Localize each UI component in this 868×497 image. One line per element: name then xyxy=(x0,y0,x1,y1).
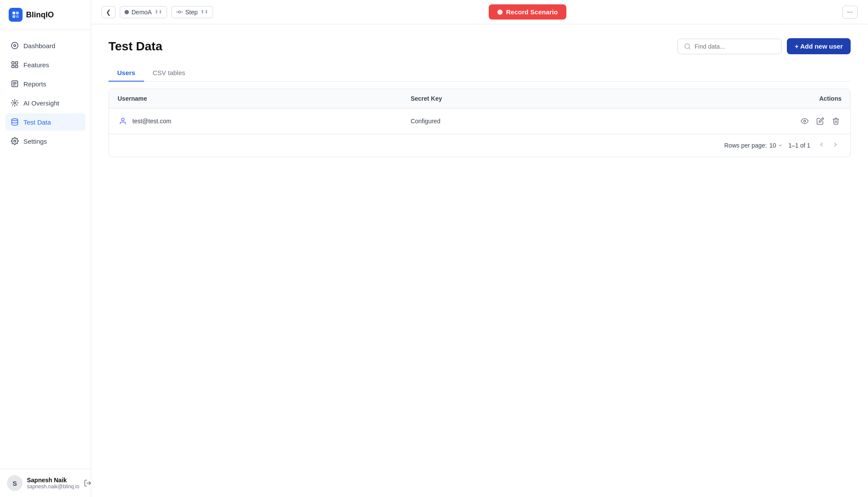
sidebar-nav: Dashboard Features xyxy=(0,30,91,469)
page-title: Test Data xyxy=(108,39,162,53)
svg-rect-1 xyxy=(16,12,19,14)
tab-users[interactable]: Users xyxy=(108,65,144,82)
sidebar-item-features[interactable]: Features xyxy=(5,56,85,73)
search-icon xyxy=(684,43,691,50)
rows-per-page-value: 10 xyxy=(769,142,776,149)
column-header-secret-key: Secret Key xyxy=(402,89,603,109)
page: Test Data + Add new user xyxy=(91,24,868,497)
more-options-button[interactable]: ··· xyxy=(842,6,858,19)
svg-rect-6 xyxy=(12,62,14,64)
table-header-row: Username Secret Key Actions xyxy=(109,89,850,109)
svg-point-16 xyxy=(14,140,16,142)
chevron-left-icon xyxy=(818,141,825,148)
view-button[interactable] xyxy=(799,115,810,127)
username-cell: test@test.com xyxy=(109,109,402,134)
user-icon xyxy=(118,116,128,126)
rows-per-page-label: Rows per page: xyxy=(724,142,767,149)
logout-button[interactable] xyxy=(84,479,92,487)
sidebar-item-reports[interactable]: Reports xyxy=(5,75,85,92)
collapse-icon: ❮ xyxy=(106,9,111,16)
sidebar-footer: S Sapnesh Naik sapnesh.naik@blinq.io xyxy=(0,469,91,497)
topbar-center: Record Scenario xyxy=(218,4,837,20)
svg-point-18 xyxy=(178,11,181,13)
chevron-right-icon xyxy=(832,141,839,148)
sidebar-item-test-data[interactable]: Test Data xyxy=(5,113,85,131)
rows-per-page-select[interactable]: 10 xyxy=(769,142,783,149)
trash-icon xyxy=(832,117,840,125)
record-dot-icon xyxy=(497,10,503,15)
secret-key-cell: Configured xyxy=(402,109,603,134)
svg-rect-3 xyxy=(16,15,19,18)
env-label: DemoA xyxy=(132,9,152,16)
add-new-user-button[interactable]: + Add new user xyxy=(787,38,851,54)
svg-rect-7 xyxy=(16,62,18,64)
svg-point-23 xyxy=(122,118,124,121)
dashboard-icon xyxy=(10,41,19,50)
column-header-username: Username xyxy=(109,89,402,109)
settings-icon xyxy=(10,137,19,145)
next-page-button[interactable] xyxy=(829,140,842,151)
ai-oversight-icon xyxy=(10,99,19,107)
step-icon xyxy=(176,9,183,15)
delete-button[interactable] xyxy=(830,115,842,127)
svg-rect-2 xyxy=(13,15,15,18)
sidebar-item-label-reports: Reports xyxy=(23,80,46,88)
sidebar-item-label-features: Features xyxy=(23,61,49,69)
env-chevron-icon: ⬆⬇ xyxy=(155,9,162,15)
footer-info: Sapnesh Naik sapnesh.naik@blinq.io xyxy=(27,477,79,490)
more-icon: ··· xyxy=(847,8,853,16)
actions-cell xyxy=(603,109,850,134)
table-row: test@test.com Configured xyxy=(109,109,850,134)
main-content: ❮ DemoA ⬆⬇ Step ⬆⬇ Record Scenario xyxy=(91,0,868,497)
rows-per-page: Rows per page: 10 xyxy=(724,142,783,149)
sidebar-item-settings[interactable]: Settings xyxy=(5,132,85,150)
topbar-left: ❮ DemoA ⬆⬇ Step ⬆⬇ xyxy=(102,6,213,18)
svg-point-4 xyxy=(12,43,18,49)
page-actions: + Add new user xyxy=(677,38,851,54)
collapse-sidebar-button[interactable]: ❮ xyxy=(102,6,115,18)
footer-name: Sapnesh Naik xyxy=(27,477,79,484)
svg-point-14 xyxy=(14,102,16,104)
svg-point-15 xyxy=(12,119,18,121)
reports-icon xyxy=(10,79,19,88)
footer-email: sapnesh.naik@blinq.io xyxy=(27,484,79,490)
edit-button[interactable] xyxy=(815,115,826,127)
test-data-icon xyxy=(10,118,19,126)
env-selector[interactable]: DemoA ⬆⬇ xyxy=(120,6,167,18)
svg-rect-0 xyxy=(13,12,15,14)
features-icon xyxy=(10,60,19,69)
sidebar-item-label-dashboard: Dashboard xyxy=(23,42,55,49)
app-name: BlinqIO xyxy=(26,10,54,20)
step-chevron-icon: ⬆⬇ xyxy=(201,9,208,15)
svg-line-22 xyxy=(689,48,690,49)
page-header: Test Data + Add new user xyxy=(108,38,851,54)
search-box[interactable] xyxy=(677,39,782,54)
data-table: Username Secret Key Actions xyxy=(108,89,851,157)
tab-csv-tables[interactable]: CSV tables xyxy=(144,65,194,82)
logo-icon xyxy=(9,8,23,22)
sidebar-item-label-ai-oversight: AI Oversight xyxy=(23,99,59,107)
page-info: 1–1 of 1 xyxy=(788,142,810,149)
eye-icon xyxy=(801,117,809,125)
topbar-right: ··· xyxy=(842,6,858,19)
username-value: test@test.com xyxy=(132,118,171,125)
sidebar-item-dashboard[interactable]: Dashboard xyxy=(5,37,85,54)
search-input[interactable] xyxy=(694,43,775,50)
page-nav xyxy=(815,140,842,151)
add-btn-label: + Add new user xyxy=(795,43,843,50)
topbar: ❮ DemoA ⬆⬇ Step ⬆⬇ Record Scenario xyxy=(91,0,868,24)
sidebar-item-label-settings: Settings xyxy=(23,138,47,145)
sidebar: BlinqIO Dashboard Features xyxy=(0,0,91,497)
sidebar-item-ai-oversight[interactable]: AI Oversight xyxy=(5,94,85,112)
svg-point-5 xyxy=(14,45,16,47)
sidebar-item-label-test-data: Test Data xyxy=(23,118,51,126)
record-btn-label: Record Scenario xyxy=(506,8,558,16)
prev-page-button[interactable] xyxy=(815,140,828,151)
env-dot xyxy=(125,10,129,14)
pagination: Rows per page: 10 1–1 of 1 xyxy=(109,134,850,157)
edit-icon xyxy=(816,117,824,125)
record-scenario-button[interactable]: Record Scenario xyxy=(489,4,566,20)
rows-dropdown-icon xyxy=(778,143,783,148)
tabs: Users CSV tables xyxy=(108,65,851,82)
step-selector[interactable]: Step ⬆⬇ xyxy=(171,6,213,18)
